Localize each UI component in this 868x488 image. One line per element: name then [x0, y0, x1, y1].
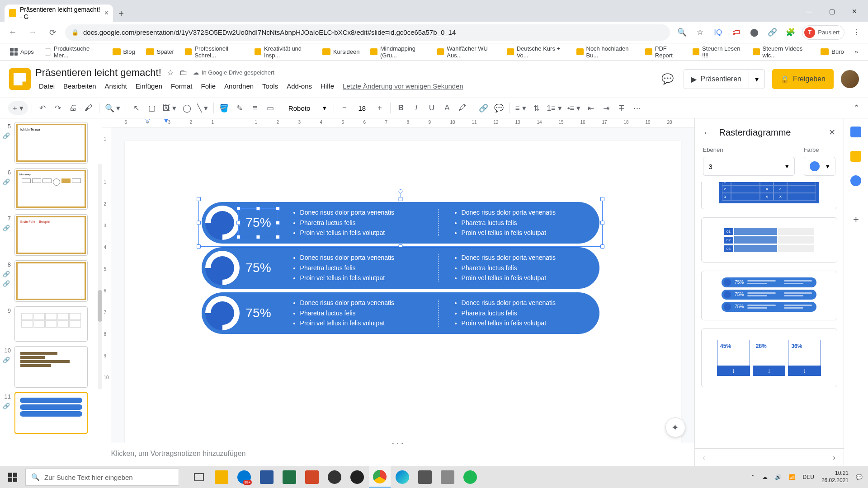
slide-thumbnail-8[interactable]: 8 🔗 🔗 — [2, 260, 99, 302]
slide-thumbnail-6[interactable]: 6 🔗 Mindmap — [2, 168, 99, 210]
explore-button[interactable]: ✦ — [665, 418, 685, 437]
app-icon[interactable] — [414, 466, 436, 488]
bookmark-item[interactable]: Mindmapping (Gru... — [366, 43, 430, 61]
bookmark-item[interactable]: Blog — [108, 46, 140, 57]
resize-handle[interactable] — [600, 221, 604, 225]
resize-handle[interactable] — [197, 244, 201, 249]
file-explorer-icon[interactable] — [211, 466, 232, 488]
color-select[interactable]: ▾ — [804, 157, 835, 176]
zoom-icon[interactable]: 🔍 — [675, 26, 688, 39]
fill-color-button[interactable]: 🪣 — [217, 101, 231, 115]
menu-format[interactable]: Format — [167, 80, 196, 92]
tray-chevron-icon[interactable]: ⌃ — [750, 474, 755, 480]
panel-prev-icon[interactable]: ‹ — [703, 454, 705, 462]
border-weight-button[interactable]: ≡ — [248, 101, 262, 115]
slide-filmstrip[interactable]: 5 🔗 Ich bin Teresa 6 🔗 Mindmap 7 🔗 Erste… — [0, 118, 102, 466]
extensions-puzzle-icon[interactable]: 🧩 — [784, 26, 797, 39]
comment-button[interactable]: 💬 — [492, 101, 506, 115]
resize-handle[interactable] — [398, 197, 402, 201]
powerpoint-icon[interactable] — [301, 466, 323, 488]
more-tools-button[interactable]: ⋯ — [630, 101, 644, 115]
obs-icon[interactable] — [346, 466, 368, 488]
horizontal-ruler[interactable]: ▽ ▼ 543211234567891011121314151617181920 — [102, 118, 694, 127]
clock[interactable]: 10:21 26.02.2021 — [821, 470, 849, 484]
address-bar[interactable]: 🔒 docs.google.com/presentation/d/1yV372S… — [65, 24, 670, 41]
close-window-icon[interactable]: ✕ — [843, 3, 866, 19]
star-icon[interactable]: ☆ — [167, 68, 174, 78]
resize-handle[interactable] — [197, 221, 201, 225]
resize-handle[interactable] — [600, 244, 604, 249]
task-view-icon[interactable] — [188, 466, 210, 488]
print-button[interactable]: 🖨 — [66, 101, 80, 115]
onedrive-icon[interactable]: ☁ — [762, 474, 768, 480]
font-family-select[interactable]: Roboto▾ — [285, 104, 330, 112]
volume-icon[interactable]: 🔊 — [775, 474, 782, 480]
back-icon[interactable]: ← — [703, 127, 712, 138]
bold-button[interactable]: B — [394, 101, 408, 115]
back-button[interactable]: ← — [5, 25, 20, 40]
menu-einfuegen[interactable]: Einfügen — [132, 80, 166, 92]
select-tool[interactable]: ↖ — [130, 101, 143, 115]
rotation-handle[interactable] — [398, 189, 402, 193]
speaker-notes[interactable]: • • • Klicken, um Vortragsnotizen hinzuz… — [102, 443, 694, 466]
italic-button[interactable]: I — [410, 101, 423, 115]
new-slide-button[interactable]: + ▾ — [8, 101, 28, 115]
edge-new-icon[interactable] — [392, 466, 413, 488]
numbered-list-button[interactable]: 1≡ ▾ — [545, 101, 564, 115]
paint-format-button[interactable]: 🖌 — [82, 101, 95, 115]
menu-addons[interactable]: Add-ons — [283, 80, 316, 92]
menu-tools[interactable]: Tools — [259, 80, 282, 92]
edge-icon[interactable]: 99+ — [233, 466, 255, 488]
apps-shortcut[interactable]: Apps — [5, 46, 38, 58]
zoom-button[interactable]: 🔍 ▾ — [103, 101, 123, 115]
filmstrip-scrollbar[interactable] — [98, 164, 102, 389]
tasks-addon-icon[interactable] — [850, 175, 861, 186]
line-spacing-button[interactable]: ⇅ — [530, 101, 543, 115]
menu-bearbeiten[interactable]: Bearbeiten — [60, 80, 100, 92]
notes-resize-grip[interactable]: • • • — [392, 441, 404, 446]
menu-ansicht[interactable]: Ansicht — [101, 80, 131, 92]
language-indicator[interactable]: DEU — [803, 474, 814, 480]
spotify-icon[interactable] — [459, 466, 481, 488]
profile-button[interactable]: T Pausiert — [802, 25, 844, 40]
bulleted-list-button[interactable]: •≡ ▾ — [566, 101, 583, 115]
line-tool[interactable]: ╲ ▾ — [195, 101, 210, 115]
keep-addon-icon[interactable] — [850, 151, 861, 162]
word-icon[interactable] — [256, 466, 278, 488]
panel-next-icon[interactable]: › — [833, 454, 835, 462]
shape-tool[interactable]: ◯ — [180, 101, 193, 115]
image-tool[interactable]: 🖼 ▾ — [160, 101, 178, 115]
resize-handle[interactable] — [197, 197, 201, 201]
browser-menu-icon[interactable]: ⋮ — [850, 26, 863, 39]
taskbar-search[interactable]: 🔍 Zur Suche Text hier eingeben — [25, 469, 179, 486]
diagram-row-3[interactable]: 75% Donec risus dolor porta venenatisPha… — [202, 292, 599, 334]
maximize-icon[interactable]: ▢ — [821, 3, 843, 19]
bullet-column-right[interactable]: Donec risus dolor porta venenatisPharetr… — [439, 253, 599, 283]
collapse-toolbar-button[interactable]: ⌃ — [853, 103, 860, 113]
app-icon[interactable] — [324, 466, 345, 488]
menu-datei[interactable]: Datei — [35, 80, 58, 92]
slide-thumbnail-9[interactable]: 9 — [2, 306, 99, 342]
share-button[interactable]: 🔒 Freigeben — [772, 69, 834, 89]
slides-logo-icon[interactable] — [9, 68, 31, 90]
close-tab-icon[interactable]: × — [104, 9, 108, 17]
slide-thumbnail-10[interactable]: 10 🔗 — [2, 346, 99, 388]
save-status[interactable]: ☁ In Google Drive gespeichert — [193, 69, 274, 76]
app-icon[interactable] — [437, 466, 458, 488]
calendar-addon-icon[interactable] — [850, 127, 861, 137]
present-button[interactable]: ▶ Präsentieren — [684, 69, 749, 89]
bookmark-item[interactable]: Steuern Lesen !!!! — [688, 43, 747, 61]
bookmark-item[interactable]: Kursideen — [318, 46, 364, 57]
percent-value[interactable]: 75% — [246, 216, 278, 230]
text-color-button[interactable]: A — [440, 101, 454, 115]
extension-icon[interactable]: 🏷 — [730, 26, 742, 39]
increase-font-button[interactable]: + — [373, 101, 387, 115]
menu-hilfe[interactable]: Hilfe — [317, 80, 338, 92]
diagram-row-1[interactable]: 75% Donec risus dolor porta venenatisPha… — [202, 202, 599, 244]
reload-button[interactable]: ⟳ — [45, 25, 60, 40]
notifications-icon[interactable]: 💬 — [856, 474, 863, 480]
bookmark-item[interactable]: Professionell Schrei... — [180, 43, 248, 61]
minimize-icon[interactable]: — — [798, 3, 821, 19]
decrease-indent-button[interactable]: ⇤ — [584, 101, 598, 115]
bookmark-item[interactable]: PDF Report — [641, 43, 686, 61]
